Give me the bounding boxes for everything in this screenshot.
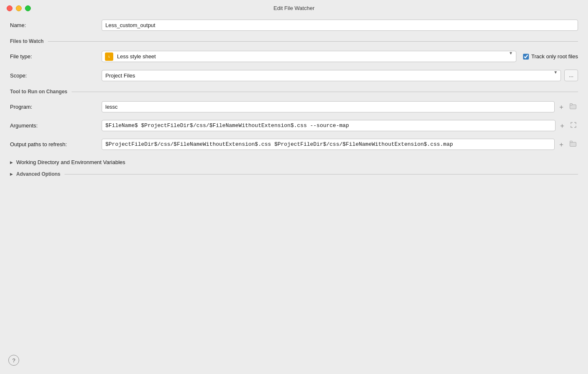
arguments-label: Arguments: [10,122,102,129]
advanced-title: Advanced Options [16,171,60,177]
tool-section-title: Tool to Run on Changes [10,89,72,95]
svg-rect-3 [570,141,573,143]
advanced-divider [65,174,578,175]
name-input[interactable] [102,20,578,31]
files-to-watch-section: Files to Watch File type: L Less s [10,38,578,81]
scope-select-container: Project Files ▼ [102,70,561,81]
scope-row: Scope: Project Files ▼ ... [10,70,578,81]
output-field-group: ＋ [102,139,578,150]
arguments-expand-button[interactable] [569,121,578,130]
advanced-header: ▶ Advanced Options [10,171,578,177]
output-label: Output paths to refresh: [10,141,102,147]
file-type-row: File type: L Less style sheet ▼ [10,51,578,62]
output-browse-button[interactable] [568,140,578,149]
program-browse-button[interactable] [568,102,578,111]
scope-label: Scope: [10,72,102,79]
help-button[interactable]: ? [8,355,19,366]
scope-control: Project Files ▼ ... [102,70,578,81]
working-dir-triangle: ▶ [10,160,13,165]
files-to-watch-title: Files to Watch [10,38,48,44]
program-label: Program: [10,104,102,110]
output-control: ＋ [102,139,578,150]
scope-row-inner: Project Files ▼ ... [102,70,578,81]
scope-select[interactable]: Project Files [102,70,561,81]
advanced-triangle: ▶ [10,172,13,176]
minimize-button[interactable] [16,5,22,11]
program-add-button[interactable]: ＋ [556,103,566,111]
svg-rect-1 [570,104,573,105]
help-icon: ? [12,357,15,364]
program-control: ＋ [102,101,578,112]
filetype-select-container: L Less style sheet ▼ [102,51,516,62]
window-title: Edit File Watcher [274,5,315,11]
file-type-select[interactable]: Less style sheet [102,51,516,62]
maximize-button[interactable] [25,5,31,11]
arguments-input[interactable] [102,120,556,131]
main-content: Name: Files to Watch File type: L [0,16,588,194]
close-button[interactable] [7,5,12,11]
tool-section: Tool to Run on Changes Program: ＋ [10,89,578,167]
section-divider [48,41,578,42]
output-add-button[interactable]: ＋ [556,140,566,149]
arguments-field-group: ＋ [102,120,578,131]
advanced-section: ▶ Advanced Options [10,171,578,177]
scope-browse-button[interactable]: ... [564,70,578,81]
name-control [102,20,578,31]
working-dir-label: Working Directory and Environment Variab… [16,159,125,165]
traffic-lights [7,5,31,11]
name-label: Name: [10,22,102,28]
track-only-text: Track only root files [531,53,578,60]
working-dir-row[interactable]: ▶ Working Directory and Environment Vari… [10,157,578,167]
title-bar: Edit File Watcher [0,0,588,16]
tool-section-header: Tool to Run on Changes [10,89,578,95]
arguments-add-button[interactable]: ＋ [557,122,567,130]
arguments-row: Arguments: ＋ [10,120,578,131]
file-type-label: File type: [10,53,102,60]
tool-section-divider [72,92,578,92]
files-to-watch-header: Files to Watch [10,38,578,44]
track-only-label[interactable]: Track only root files [523,53,578,60]
name-row: Name: [10,20,578,31]
arguments-control: ＋ [102,120,578,131]
output-row: Output paths to refresh: ＋ [10,139,578,150]
program-input[interactable] [102,101,555,112]
file-type-control: L Less style sheet ▼ Track only root fil… [102,51,578,62]
program-row: Program: ＋ [10,101,578,112]
output-input[interactable] [102,139,555,150]
program-field-group: ＋ [102,101,578,112]
track-only-checkbox[interactable] [523,54,529,60]
